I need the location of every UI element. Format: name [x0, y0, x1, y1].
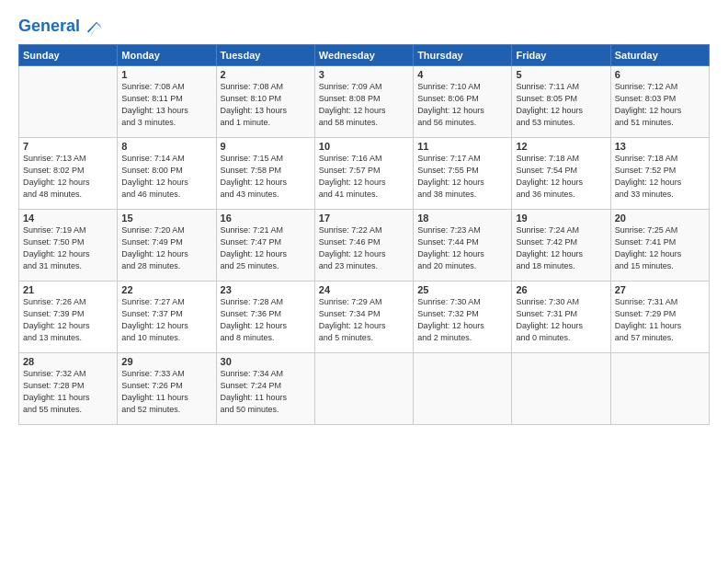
day-number: 22 [121, 284, 211, 295]
day-number: 13 [615, 141, 705, 152]
day-cell: 27Sunrise: 7:31 AM Sunset: 7:29 PM Dayli… [610, 282, 709, 353]
day-cell [512, 353, 610, 425]
week-row-1: 1Sunrise: 7:08 AM Sunset: 8:11 PM Daylig… [19, 66, 710, 138]
day-cell: 25Sunrise: 7:30 AM Sunset: 7:32 PM Dayli… [414, 282, 512, 353]
day-info: Sunrise: 7:11 AM Sunset: 8:05 PM Dayligh… [516, 81, 606, 129]
day-cell: 11Sunrise: 7:17 AM Sunset: 7:55 PM Dayli… [414, 138, 512, 210]
day-info: Sunrise: 7:15 AM Sunset: 7:58 PM Dayligh… [221, 153, 311, 201]
day-info: Sunrise: 7:26 AM Sunset: 7:39 PM Dayligh… [23, 296, 113, 344]
day-info: Sunrise: 7:24 AM Sunset: 7:42 PM Dayligh… [516, 224, 606, 272]
day-number: 2 [221, 69, 311, 80]
day-info: Sunrise: 7:28 AM Sunset: 7:36 PM Dayligh… [221, 296, 311, 344]
day-number: 21 [23, 284, 113, 295]
day-cell: 19Sunrise: 7:24 AM Sunset: 7:42 PM Dayli… [512, 210, 610, 282]
day-info: Sunrise: 7:16 AM Sunset: 7:57 PM Dayligh… [319, 153, 409, 201]
day-cell: 8Sunrise: 7:14 AM Sunset: 8:00 PM Daylig… [118, 138, 216, 210]
day-number: 20 [615, 213, 705, 224]
day-info: Sunrise: 7:27 AM Sunset: 7:37 PM Dayligh… [121, 296, 211, 344]
day-info: Sunrise: 7:31 AM Sunset: 7:29 PM Dayligh… [615, 296, 705, 344]
day-cell: 12Sunrise: 7:18 AM Sunset: 7:54 PM Dayli… [512, 138, 610, 210]
day-info: Sunrise: 7:23 AM Sunset: 7:44 PM Dayligh… [417, 224, 507, 272]
day-info: Sunrise: 7:18 AM Sunset: 7:54 PM Dayligh… [516, 153, 606, 201]
page-header: General [18, 17, 710, 33]
header-sunday: Sunday [19, 45, 118, 66]
day-number: 8 [121, 141, 211, 152]
day-info: Sunrise: 7:34 AM Sunset: 7:24 PM Dayligh… [221, 368, 311, 416]
logo-icon [82, 17, 102, 37]
day-number: 18 [417, 213, 507, 224]
day-cell: 18Sunrise: 7:23 AM Sunset: 7:44 PM Dayli… [414, 210, 512, 282]
day-info: Sunrise: 7:12 AM Sunset: 8:03 PM Dayligh… [615, 81, 705, 129]
day-number: 29 [121, 356, 211, 367]
day-number: 15 [121, 213, 211, 224]
day-cell [414, 353, 512, 425]
header-thursday: Thursday [414, 45, 512, 66]
day-info: Sunrise: 7:14 AM Sunset: 8:00 PM Dayligh… [121, 153, 211, 201]
day-number: 1 [121, 69, 211, 80]
day-cell: 2Sunrise: 7:08 AM Sunset: 8:10 PM Daylig… [216, 66, 314, 138]
calendar-table: SundayMondayTuesdayWednesdayThursdayFrid… [18, 44, 710, 425]
day-number: 11 [417, 141, 507, 152]
day-cell: 7Sunrise: 7:13 AM Sunset: 8:02 PM Daylig… [19, 138, 118, 210]
day-number: 4 [417, 69, 507, 80]
day-cell: 28Sunrise: 7:32 AM Sunset: 7:28 PM Dayli… [19, 353, 118, 425]
svg-marker-1 [91, 23, 102, 35]
day-info: Sunrise: 7:30 AM Sunset: 7:32 PM Dayligh… [417, 296, 507, 344]
day-number: 12 [516, 141, 606, 152]
day-cell [19, 66, 118, 138]
day-number: 17 [319, 213, 409, 224]
day-info: Sunrise: 7:25 AM Sunset: 7:41 PM Dayligh… [615, 224, 705, 272]
day-cell: 13Sunrise: 7:18 AM Sunset: 7:52 PM Dayli… [610, 138, 709, 210]
day-info: Sunrise: 7:32 AM Sunset: 7:28 PM Dayligh… [23, 368, 113, 416]
day-cell: 16Sunrise: 7:21 AM Sunset: 7:47 PM Dayli… [216, 210, 314, 282]
day-cell: 6Sunrise: 7:12 AM Sunset: 8:03 PM Daylig… [610, 66, 709, 138]
header-friday: Friday [512, 45, 610, 66]
day-number: 24 [319, 284, 409, 295]
day-info: Sunrise: 7:08 AM Sunset: 8:11 PM Dayligh… [121, 81, 211, 129]
day-cell: 1Sunrise: 7:08 AM Sunset: 8:11 PM Daylig… [118, 66, 216, 138]
day-info: Sunrise: 7:13 AM Sunset: 8:02 PM Dayligh… [23, 153, 113, 201]
header-wednesday: Wednesday [314, 45, 413, 66]
header-tuesday: Tuesday [216, 45, 314, 66]
day-cell: 29Sunrise: 7:33 AM Sunset: 7:26 PM Dayli… [118, 353, 216, 425]
day-number: 3 [319, 69, 409, 80]
day-cell: 14Sunrise: 7:19 AM Sunset: 7:50 PM Dayli… [19, 210, 118, 282]
day-info: Sunrise: 7:20 AM Sunset: 7:49 PM Dayligh… [121, 224, 211, 272]
day-number: 5 [516, 69, 606, 80]
day-number: 6 [615, 69, 705, 80]
day-info: Sunrise: 7:22 AM Sunset: 7:46 PM Dayligh… [319, 224, 409, 272]
day-cell: 20Sunrise: 7:25 AM Sunset: 7:41 PM Dayli… [610, 210, 709, 282]
day-number: 7 [23, 141, 113, 152]
day-info: Sunrise: 7:29 AM Sunset: 7:34 PM Dayligh… [319, 296, 409, 344]
day-number: 26 [516, 284, 606, 295]
day-cell [314, 353, 413, 425]
calendar-header-row: SundayMondayTuesdayWednesdayThursdayFrid… [19, 45, 710, 66]
day-cell: 24Sunrise: 7:29 AM Sunset: 7:34 PM Dayli… [314, 282, 413, 353]
day-number: 25 [417, 284, 507, 295]
header-monday: Monday [118, 45, 216, 66]
day-info: Sunrise: 7:19 AM Sunset: 7:50 PM Dayligh… [23, 224, 113, 272]
day-number: 27 [615, 284, 705, 295]
day-cell: 3Sunrise: 7:09 AM Sunset: 8:08 PM Daylig… [314, 66, 413, 138]
day-number: 14 [23, 213, 113, 224]
day-cell: 26Sunrise: 7:30 AM Sunset: 7:31 PM Dayli… [512, 282, 610, 353]
header-saturday: Saturday [610, 45, 709, 66]
day-cell: 22Sunrise: 7:27 AM Sunset: 7:37 PM Dayli… [118, 282, 216, 353]
day-cell: 21Sunrise: 7:26 AM Sunset: 7:39 PM Dayli… [19, 282, 118, 353]
day-info: Sunrise: 7:21 AM Sunset: 7:47 PM Dayligh… [221, 224, 311, 272]
day-info: Sunrise: 7:30 AM Sunset: 7:31 PM Dayligh… [516, 296, 606, 344]
day-number: 19 [516, 213, 606, 224]
logo-text: General [18, 17, 80, 37]
week-row-4: 21Sunrise: 7:26 AM Sunset: 7:39 PM Dayli… [19, 282, 710, 353]
day-info: Sunrise: 7:08 AM Sunset: 8:10 PM Dayligh… [221, 81, 311, 129]
logo: General [18, 17, 102, 33]
day-info: Sunrise: 7:09 AM Sunset: 8:08 PM Dayligh… [319, 81, 409, 129]
day-info: Sunrise: 7:18 AM Sunset: 7:52 PM Dayligh… [615, 153, 705, 201]
day-number: 9 [221, 141, 311, 152]
day-number: 28 [23, 356, 113, 367]
week-row-3: 14Sunrise: 7:19 AM Sunset: 7:50 PM Dayli… [19, 210, 710, 282]
week-row-2: 7Sunrise: 7:13 AM Sunset: 8:02 PM Daylig… [19, 138, 710, 210]
day-cell: 15Sunrise: 7:20 AM Sunset: 7:49 PM Dayli… [118, 210, 216, 282]
day-number: 30 [221, 356, 311, 367]
day-cell: 17Sunrise: 7:22 AM Sunset: 7:46 PM Dayli… [314, 210, 413, 282]
